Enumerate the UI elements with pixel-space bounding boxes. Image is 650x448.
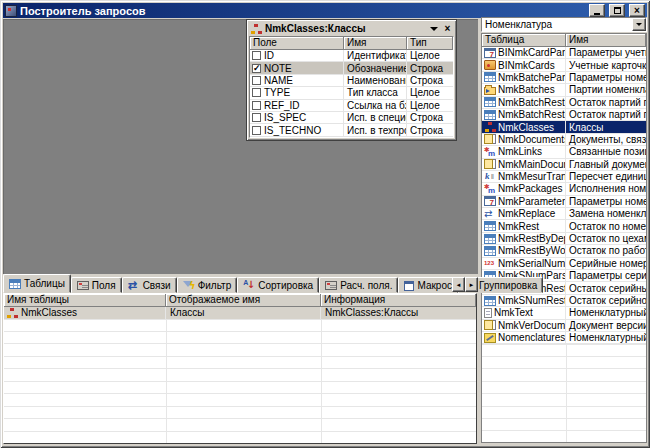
catalog-row[interactable]: NmkSerialNums Серийные номера... <box>482 258 646 270</box>
catalog-row[interactable]: NmkBatches Партии номенкла... <box>482 84 646 96</box>
catalog-row[interactable]: NmkSNumRestB... Остаток серийног... <box>482 295 646 307</box>
field-type: Строка <box>407 112 453 123</box>
table-display-name: Документ версии <box>566 320 646 331</box>
table-display-name: Параметры серий... <box>566 270 646 281</box>
catalog-row[interactable]: NmkRestByWork... Остаток по работ... <box>482 245 646 257</box>
table-name: NmkRestByDep <box>498 233 566 244</box>
field-row[interactable]: REF_ID Ссылка на бз... Целое <box>250 100 453 112</box>
table-name: NmkLinks <box>498 146 542 157</box>
catalog-row[interactable]: BINmkCardParams Параметры учетн... <box>482 47 646 59</box>
catalog-row[interactable]: NmkText Номенклатурный ... <box>482 307 646 319</box>
field-grid: Поле Имя Тип ID Идентификатор Целое <box>249 36 454 138</box>
column-header-type[interactable]: Тип <box>407 37 453 50</box>
table-display-name: Классы <box>566 121 646 132</box>
tab-filter[interactable]: Фильтр <box>177 277 238 293</box>
catalog-row[interactable]: NmkRestByDep Остаток по цехам <box>482 233 646 245</box>
tab-tables[interactable]: Таблицы <box>3 274 71 293</box>
tab-fields[interactable]: Поля <box>71 277 122 293</box>
catalog-row[interactable]: NmkClasses Классы <box>482 121 646 133</box>
table-name: BINmkCardParams <box>498 47 566 58</box>
catalog-row[interactable]: NmkMainDocum... Главный докумен... <box>482 159 646 171</box>
table-display-name: Остаток по работ... <box>566 245 646 256</box>
field-checkbox[interactable] <box>252 64 261 73</box>
field-row[interactable]: NOTE Обозначение Строка <box>250 62 453 74</box>
field-type: Строка <box>407 124 453 135</box>
tab-label: Таблицы <box>24 278 65 289</box>
tab-calc-fields[interactable]: Расч. поля. <box>319 277 398 293</box>
catalog-row[interactable]: NmkBatchRestB... Остаток партий п... <box>482 97 646 109</box>
catalog-row[interactable]: NmkPackages Исполнения номе... <box>482 183 646 195</box>
tab-label: Группировка <box>479 280 537 291</box>
table-fields-panel-header[interactable]: NmkClasses:Классы × <box>249 22 454 36</box>
field-row[interactable]: TYPE Тип класса Целое <box>250 87 453 99</box>
close-icon: × <box>634 6 640 16</box>
table-icon <box>484 221 496 231</box>
catalog-row[interactable]: NmkDocuments Документы, связ... <box>482 134 646 146</box>
catalog-row[interactable]: NmkParameters Параметры номе... <box>482 196 646 208</box>
field-checkbox[interactable] <box>252 51 261 60</box>
catalog-row[interactable]: NmkVerDocument Документ версии <box>482 320 646 332</box>
column-header-table[interactable]: Таблица <box>482 34 566 47</box>
arrow-left-icon: ◄ <box>456 282 462 288</box>
table-name: NmkPackages <box>498 183 562 194</box>
tab-scroll-left-button[interactable]: ◄ <box>452 277 465 292</box>
docs-icon <box>484 320 496 330</box>
tab-filter-icon <box>183 280 195 291</box>
close-button[interactable]: × <box>629 4 645 17</box>
catalog-select-value: Номенклатура <box>485 19 552 30</box>
catalog-row[interactable]: BINmkCards Учетные карточки <box>482 59 646 71</box>
arrow-right-icon: ► <box>469 282 475 288</box>
table-display-name: Серийные номера... <box>566 258 646 269</box>
field-row[interactable]: ID Идентификатор Целое <box>250 50 453 62</box>
column-header-table-name[interactable]: Имя таблицы <box>4 294 166 307</box>
tab-macro[interactable]: Макрос <box>398 277 458 293</box>
table-icon <box>484 246 496 256</box>
catalog-row[interactable]: NmkReplace Замена номенкла... <box>482 208 646 220</box>
class-icon <box>484 122 496 132</box>
table-name: NmkBatches <box>498 84 555 95</box>
column-header-info[interactable]: Информация <box>321 294 476 307</box>
field-display-name: Обозначение <box>344 62 407 73</box>
column-header-display-name[interactable]: Отображаемое имя <box>166 294 321 307</box>
catalog-row[interactable]: NmkLinks Связанные позиц... <box>482 146 646 158</box>
table-row[interactable]: NmkClasses Классы NmkClasses:Классы <box>4 307 476 320</box>
field-checkbox[interactable] <box>252 88 261 97</box>
node-icon <box>484 147 496 157</box>
panel-close-button[interactable]: × <box>442 23 453 34</box>
tab-links[interactable]: Связи <box>122 277 177 293</box>
catalog-row[interactable]: NmkBatchePars Параметры номе... <box>482 72 646 84</box>
measure-icon <box>484 172 496 182</box>
field-row[interactable]: IS_SPEC Исп. в специф... Строка <box>250 112 453 124</box>
field-checkbox[interactable] <box>252 76 261 85</box>
field-checkbox[interactable] <box>252 113 261 122</box>
table-display-name: Связанные позиц... <box>566 146 646 157</box>
table-name: NmkMesurTransl... <box>498 171 566 182</box>
catalog-select[interactable]: Номенклатура <box>481 17 647 32</box>
table-display-name: Пересчет единиц ... <box>566 171 646 182</box>
maximize-button[interactable] <box>609 4 625 17</box>
chevron-down-icon <box>636 23 642 29</box>
catalog-row[interactable]: NmkBatchRestB... Остаток партий п... <box>482 109 646 121</box>
catalog-row[interactable]: Nomenclatures Номенклатурный ... <box>482 332 646 344</box>
tab-scroll-right-button[interactable]: ► <box>465 277 478 292</box>
catalog-row[interactable]: NmkMesurTransl... Пересчет единиц ... <box>482 171 646 183</box>
column-header-name[interactable]: Имя <box>566 34 646 47</box>
tab-sort[interactable]: Сортировка <box>237 277 319 293</box>
field-row[interactable]: NAME Наименование Строка <box>250 75 453 87</box>
field-checkbox[interactable] <box>252 126 261 135</box>
minimize-button[interactable] <box>589 4 605 17</box>
field-checkbox[interactable] <box>252 101 261 110</box>
field-name: IS_SPEC <box>264 112 306 123</box>
column-header-name[interactable]: Имя <box>344 37 407 50</box>
panel-menu-button[interactable] <box>428 23 439 34</box>
field-row[interactable]: IS_TECHNO Исп. в техпро... Строка <box>250 124 453 136</box>
app-icon <box>5 5 17 17</box>
field-name: TYPE <box>264 87 290 98</box>
catalog-row[interactable]: NmkRest Остаток по номен... <box>482 220 646 232</box>
tab-label: Связи <box>143 280 171 291</box>
table-name: NmkReplace <box>498 208 555 219</box>
table-display-name: Партии номенкла... <box>566 84 646 95</box>
column-header-field[interactable]: Поле <box>250 37 344 50</box>
table-name: NmkClasses <box>498 122 554 133</box>
catalog-select-button[interactable] <box>632 18 646 31</box>
